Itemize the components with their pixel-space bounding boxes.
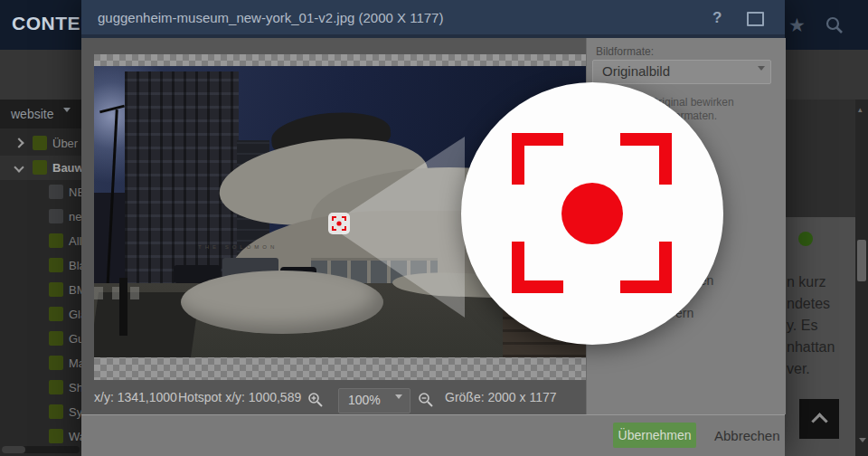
tree-item-label: new [69, 210, 81, 223]
tree-item[interactable]: She [0, 375, 81, 400]
horizontal-scrollbar[interactable] [2, 446, 80, 453]
page-icon [33, 160, 47, 175]
corner-caret-icon [859, 442, 866, 456]
tree-item-label: Mar [69, 356, 81, 370]
page-tree: website Über u Bauwe NEW new Allia Bla [0, 100, 81, 456]
zoom-level-value: 100% [348, 393, 381, 407]
apply-button[interactable]: Übernehmen [613, 423, 696, 448]
zoom-out-icon[interactable] [418, 392, 434, 412]
modal-titlebar: guggenheim-museum_new-york_01-v2.jpg (20… [81, 0, 785, 38]
tree-item[interactable]: BMW [0, 278, 81, 302]
chevron-up-icon [811, 413, 827, 429]
tree-item-label: Allia [69, 234, 81, 248]
page-icon [49, 185, 63, 199]
page-icon [49, 258, 63, 272]
tree-item[interactable]: Über u [0, 131, 81, 156]
page-icon [49, 429, 63, 443]
vertical-scrollbar[interactable]: ▴ [855, 100, 868, 456]
tree-item[interactable]: Mar [0, 351, 81, 375]
tree-item-label: Glas [69, 308, 81, 321]
focus-dot-icon [561, 183, 623, 244]
tree-item-label: Wal [69, 430, 81, 443]
text-fragment: y. Es [787, 318, 817, 334]
screen: CONTEN ★ + ☁ ? website Über u Bauwe NEW [0, 0, 868, 456]
content-area: n kurz ndetes y. Es nhattan ver. ▴ [785, 100, 868, 456]
round-planter [181, 271, 383, 334]
text-fragment: ver. [787, 361, 810, 377]
tree-item-label: NEW [69, 185, 81, 199]
tree-item[interactable]: Glas [0, 302, 81, 327]
chevron-right-icon[interactable] [14, 138, 24, 147]
format-label: Bildformate: [596, 45, 654, 58]
maximize-icon[interactable] [747, 12, 764, 26]
bookmark-star-icon[interactable]: ★ [788, 14, 806, 36]
page-icon [49, 233, 63, 248]
format-select[interactable]: Originalbild [592, 60, 771, 84]
page-icon [33, 136, 47, 150]
page-icon [49, 307, 63, 321]
search-icon[interactable] [825, 15, 844, 39]
tree-item-label: Über u [52, 137, 81, 150]
chevron-down-icon[interactable] [14, 162, 24, 172]
chevron-down-icon [758, 71, 765, 87]
site-selector-value: website [11, 107, 53, 121]
site-selector[interactable]: website [0, 100, 81, 128]
scroll-to-top-button[interactable] [799, 399, 839, 439]
tree-item[interactable]: Bauwe [0, 156, 81, 180]
tree-item[interactable]: Wal [0, 424, 81, 449]
text-fragment: n kurz [787, 274, 826, 290]
tree-item-label: Bla [69, 259, 81, 272]
page-icon [49, 380, 63, 394]
tree-item[interactable]: Syd [0, 400, 81, 424]
status-dot [798, 232, 813, 246]
tree-item-label: BMW [69, 283, 81, 297]
text-fragment: nhattan [787, 339, 835, 356]
scrollbar-thumb[interactable] [857, 240, 866, 281]
tree-item[interactable]: Bla [0, 253, 81, 278]
tree-item-label: Syd [69, 405, 81, 419]
tree-item[interactable]: new [0, 204, 81, 229]
zoom-level-select[interactable]: 100% [338, 388, 410, 413]
modal-help-icon[interactable]: ? [712, 9, 722, 27]
zoom-in-icon[interactable] [307, 392, 324, 412]
chevron-down-icon [395, 399, 402, 415]
hotspot-coordinates: Hotspot x/y: 1000,589 [178, 390, 301, 404]
page-icon [49, 282, 63, 297]
cancel-button[interactable]: Abbrechen [714, 428, 780, 443]
modal-footer: Übernehmen Abbrechen [81, 414, 785, 456]
page-icon [49, 209, 63, 223]
tree-item-label: She [69, 381, 81, 394]
format-select-value: Originalbild [602, 63, 670, 79]
tree-item[interactable]: NEW [0, 180, 81, 204]
scroll-up-icon[interactable]: ▴ [858, 105, 863, 114]
image-size: Größe: 2000 x 1177 [445, 390, 557, 404]
tree-item[interactable]: Gug [0, 327, 81, 351]
page-icon [49, 331, 63, 346]
chevron-down-icon [63, 112, 71, 128]
tree-item[interactable]: Allia [0, 229, 81, 253]
page-icon [49, 356, 63, 370]
sign-post [119, 278, 127, 336]
tree-item-label: Bauwe [52, 161, 81, 175]
page-icon [49, 404, 63, 419]
cursor-coordinates: x/y: 1341,1000 [94, 390, 177, 404]
hotspot-magnifier-callout [461, 82, 723, 345]
hotspot-marker[interactable] [328, 213, 350, 234]
apartment-building [125, 71, 239, 285]
modal-title: guggenheim-museum_new-york_01-v2.jpg (20… [98, 10, 443, 25]
tree-item-label: Gug [69, 332, 81, 346]
text-fragment: ndetes [787, 296, 830, 312]
